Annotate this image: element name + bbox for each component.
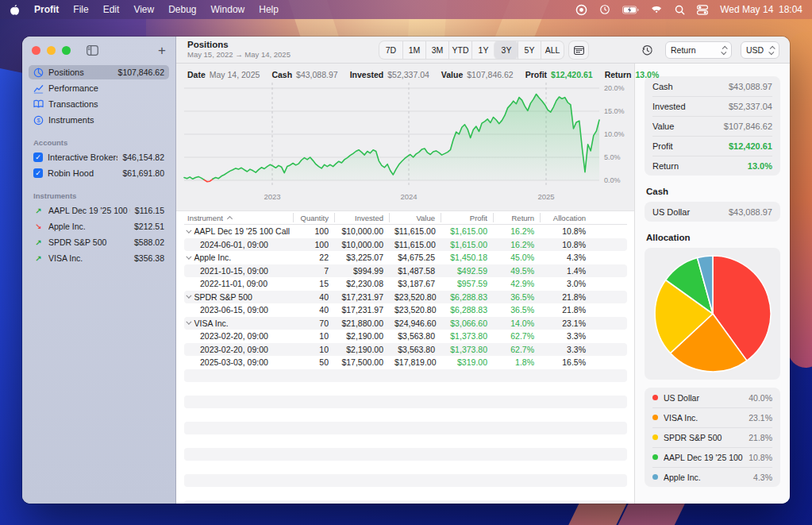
account-checkbox[interactable]: ✓: [33, 168, 43, 178]
range-button-1y[interactable]: 1Y: [471, 41, 495, 59]
cell-profit: $492.59: [441, 266, 493, 276]
time-machine-icon[interactable]: [599, 4, 610, 15]
account-value: $46,154.82: [122, 152, 164, 162]
table-row[interactable]: 2023-06-15, 09:0040$17,231.97$23,520.80$…: [184, 303, 627, 317]
cell-quantity: 50: [293, 357, 334, 367]
cell-invested: $21,880.00: [334, 318, 389, 328]
column-header-return[interactable]: Return: [493, 213, 540, 222]
toggle-sidebar-icon[interactable]: [87, 45, 98, 56]
cell-quantity: 40: [293, 305, 334, 315]
legend-dot: [652, 434, 658, 440]
table-row[interactable]: AAPL Dec 19 '25 100 Call100$10,000.00$11…: [184, 225, 627, 238]
menu-item-edit[interactable]: Edit: [103, 4, 120, 15]
cell-return: 16.2%: [493, 240, 540, 249]
instrument-item[interactable]: ↗AAPL Dec 19 '25 100 Call$116.15: [29, 203, 169, 218]
menu-item-file[interactable]: File: [73, 4, 88, 15]
sidebar-item-transactions[interactable]: Transactions: [29, 97, 169, 111]
cell-return: 36.5%: [493, 292, 540, 302]
table-row[interactable]: 2021-10-15, 09:007$994.99$1,487.58$492.5…: [184, 264, 627, 278]
sidebar-item-positions[interactable]: Positions$107,846.62: [29, 65, 169, 79]
sidebar-item-performance[interactable]: Performance: [29, 81, 169, 95]
instrument-item[interactable]: ↘Apple Inc.$212.51: [29, 219, 169, 234]
instrument-value: $116.15: [135, 206, 164, 215]
column-header-allocation[interactable]: Allocation: [540, 213, 591, 222]
column-header-profit[interactable]: Profit: [441, 213, 493, 222]
menu-item-debug[interactable]: Debug: [168, 4, 196, 15]
date-range: May 15, 2022 → May 14, 2025: [187, 50, 291, 59]
range-button-7d[interactable]: 7D: [379, 41, 402, 59]
cell-instrument: 2022-11-01, 09:00: [184, 279, 293, 288]
disclosure-chevron-icon[interactable]: [187, 254, 191, 259]
instrument-item[interactable]: ↗VISA Inc.$356.38: [29, 251, 169, 265]
cell-value: $11,615.00: [389, 240, 441, 249]
cell-quantity: 7: [293, 266, 334, 276]
cell-value: $23,520.80: [389, 305, 441, 315]
zoom-button[interactable]: [62, 46, 71, 55]
range-button-all[interactable]: ALL: [541, 41, 564, 59]
table-row[interactable]: 2024-06-01, 09:00100$10,000.00$11,615.00…: [184, 238, 627, 252]
account-item[interactable]: ✓Robin Hood$61,691.80: [29, 166, 169, 180]
range-button-1m[interactable]: 1M: [402, 41, 425, 59]
range-button-5y[interactable]: 5Y: [518, 41, 541, 59]
return-select[interactable]: Return: [665, 41, 732, 59]
menu-item-help[interactable]: Help: [259, 4, 279, 15]
range-button-ytd[interactable]: YTD: [448, 41, 471, 59]
cell-allocation: 16.5%: [540, 357, 591, 367]
column-header-instrument[interactable]: Instrument: [184, 213, 293, 222]
performance-chart[interactable]: 20.0%15.0%10.0%5.0%0.0%202320242025: [176, 78, 634, 208]
control-center-icon[interactable]: [697, 5, 708, 15]
calendar-button[interactable]: [569, 41, 588, 59]
legend-item: US Dollar40.0%: [645, 388, 780, 407]
cash-section-title: Cash: [646, 187, 779, 196]
summary-row-profit: Profit$12,420.61: [645, 136, 780, 156]
cell-instrument: 2023-02-20, 09:00: [184, 345, 293, 354]
currency-select-value: USD: [746, 45, 765, 55]
legend-dot: [652, 454, 658, 460]
legend-name: US Dollar: [664, 393, 743, 403]
allocation-section-title: Allocation: [646, 233, 779, 242]
table-row[interactable]: 2022-11-01, 09:0015$2,230.08$3,187.67$95…: [184, 277, 627, 291]
menubar-clock[interactable]: Wed May 14 18:04: [720, 4, 802, 15]
screen-record-icon[interactable]: [575, 4, 587, 16]
y-axis-tick: 15.0%: [604, 107, 625, 115]
disclosure-chevron-icon[interactable]: [187, 293, 191, 298]
minimize-button[interactable]: [47, 46, 56, 55]
battery-icon[interactable]: [622, 6, 639, 14]
sidebar-item-instruments[interactable]: $Instruments: [29, 113, 169, 127]
apple-logo-icon[interactable]: [10, 4, 20, 16]
add-button[interactable]: +: [158, 44, 166, 57]
instrument-item[interactable]: ↗SPDR S&P 500$588.02: [29, 235, 169, 249]
desktop: ProfitFileEditViewDebugWindowHelp Wed Ma…: [0, 0, 812, 525]
menu-item-window[interactable]: Window: [211, 4, 245, 15]
menu-bar: ProfitFileEditViewDebugWindowHelp Wed Ma…: [0, 0, 812, 19]
close-button[interactable]: [32, 46, 40, 55]
account-checkbox[interactable]: ✓: [33, 152, 43, 162]
account-item[interactable]: ✓Interactive Brokers$46,154.82: [29, 150, 169, 164]
wifi-icon[interactable]: [651, 6, 663, 14]
menu-item-view[interactable]: View: [133, 4, 154, 15]
menu-item-profit[interactable]: Profit: [34, 4, 59, 15]
disclosure-chevron-icon[interactable]: [187, 319, 191, 324]
x-axis-tick: 2023: [264, 192, 280, 201]
cell-quantity: 70: [293, 318, 334, 328]
search-icon[interactable]: [675, 5, 685, 15]
table-row[interactable]: Apple Inc.22$3,225.07$4,675.25$1,450.184…: [184, 251, 627, 264]
range-button-3y[interactable]: 3Y: [495, 41, 518, 59]
column-header-quantity[interactable]: Quantity: [293, 213, 334, 222]
table-row[interactable]: SPDR S&P 50040$17,231.97$23,520.80$6,288…: [184, 291, 627, 304]
legend-percent: 10.8%: [749, 453, 772, 462]
table-row[interactable]: 2023-02-20, 09:0010$2,190.00$3,563.80$1,…: [184, 343, 627, 357]
range-button-3m[interactable]: 3M: [425, 41, 448, 59]
table-row[interactable]: VISA Inc.70$21,880.00$24,946.60$3,066.60…: [184, 317, 627, 330]
currency-select[interactable]: USD: [741, 41, 779, 59]
cell-invested: $2,230.08: [334, 279, 389, 288]
account-value: $61,691.80: [122, 168, 164, 178]
instrument-label: Apple Inc.: [48, 222, 129, 231]
table-row[interactable]: 2025-03-03, 09:0050$17,500.00$17,819.00$…: [184, 356, 627, 369]
column-header-value[interactable]: Value: [389, 213, 441, 222]
disclosure-chevron-icon[interactable]: [187, 228, 191, 233]
table-row[interactable]: 2023-02-20, 09:0010$2,190.00$3,563.80$1,…: [184, 330, 627, 343]
column-header-invested[interactable]: Invested: [334, 213, 389, 222]
history-button[interactable]: [640, 43, 654, 57]
cell-allocation: 3.0%: [540, 279, 591, 288]
